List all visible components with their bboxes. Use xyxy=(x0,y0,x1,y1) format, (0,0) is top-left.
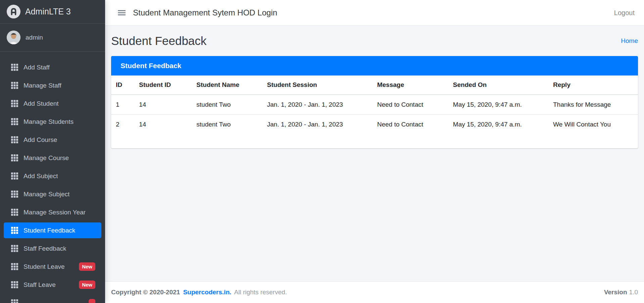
footer: Copyright © 2020-2021 Supercoders.in. Al… xyxy=(105,281,644,303)
sidebar-item-label: Staff Feedback xyxy=(24,245,66,252)
feedback-table: IDStudent IDStudent NameStudent SessionM… xyxy=(111,75,638,134)
sidebar-item-label: Manage Students xyxy=(24,118,74,125)
table-row: 114student TwoJan. 1, 2020 - Jan. 1, 202… xyxy=(111,95,638,115)
sidebar-item-label: Add Course xyxy=(24,136,57,144)
sidebar-item-label: Manage Course xyxy=(24,154,69,162)
sidebar-brand[interactable]: AdminLTE 3 xyxy=(0,0,105,23)
grid-icon xyxy=(11,64,18,71)
cell-sended-on: May 15, 2020, 9:47 a.m. xyxy=(448,115,548,135)
sidebar-item-label: Student Feedback xyxy=(24,227,75,234)
sidebar: AdminLTE 3 admin Add StaffManage StaffAd… xyxy=(0,0,105,303)
cell-reply: Thanks for Message xyxy=(548,95,638,115)
sidebar-item-label: Add Student xyxy=(24,100,59,107)
grid-icon xyxy=(11,154,18,161)
grid-icon xyxy=(11,82,18,89)
grid-icon xyxy=(11,136,18,143)
sidebar-item-label: Add Staff xyxy=(24,64,50,71)
sidebar-item-staff-feedback[interactable]: Staff Feedback xyxy=(4,241,101,256)
table-body: 114student TwoJan. 1, 2020 - Jan. 1, 202… xyxy=(111,95,638,134)
cell-sended-on: May 15, 2020, 9:47 a.m. xyxy=(448,95,548,115)
brand-text: AdminLTE 3 xyxy=(25,7,71,16)
card-header: Student Feedback xyxy=(111,56,638,75)
cell-student-session: Jan. 1, 2020 - Jan. 1, 2023 xyxy=(262,95,372,115)
hamburger-menu-icon[interactable] xyxy=(118,9,126,16)
grid-icon xyxy=(11,209,18,216)
sidebar-item-add-student[interactable]: Add Student xyxy=(4,96,101,111)
sidebar-item-label: Add Subject xyxy=(24,172,58,180)
sidebar-item-staff-leave[interactable]: Staff LeaveNew xyxy=(4,277,101,293)
cell-student-id: 14 xyxy=(134,95,192,115)
new-badge xyxy=(89,299,95,303)
grid-icon xyxy=(11,281,18,288)
cell-student-name: student Two xyxy=(192,95,262,115)
new-badge: New xyxy=(79,262,95,271)
adminlte-logo-icon xyxy=(7,5,20,18)
sidebar-item-label: Student Leave xyxy=(24,263,65,270)
column-header-student-session: Student Session xyxy=(262,75,372,95)
sidebar-item-label: Manage Session Year xyxy=(24,209,86,216)
sidebar-item-label: Staff Leave xyxy=(24,281,56,289)
grid-icon xyxy=(11,299,18,303)
sidebar-item-add-course[interactable]: Add Course xyxy=(4,132,101,148)
grid-icon xyxy=(11,245,18,252)
column-header-student-id: Student ID xyxy=(134,75,192,95)
column-header-student-name: Student Name xyxy=(192,75,262,95)
table-row: 214student TwoJan. 1, 2020 - Jan. 1, 202… xyxy=(111,115,638,135)
sidebar-item-add-staff[interactable]: Add Staff xyxy=(4,59,101,75)
sidebar-item-student-feedback[interactable]: Student Feedback xyxy=(4,222,101,238)
cell-student-name: student Two xyxy=(192,115,262,135)
main-area: Student Management Sytem HOD Login Logou… xyxy=(105,0,644,303)
content-wrapper: Student Feedback Home Student Feedback I… xyxy=(105,26,644,281)
version-label: Version xyxy=(604,289,627,296)
sidebar-item-partial[interactable] xyxy=(4,295,101,303)
cell-student-session: Jan. 1, 2020 - Jan. 1, 2023 xyxy=(262,115,372,135)
content-header: Student Feedback Home xyxy=(111,26,638,56)
sidebar-item-manage-course[interactable]: Manage Course xyxy=(4,150,101,166)
cell-id: 1 xyxy=(111,95,134,115)
sidebar-menu: Add StaffManage StaffAdd StudentManage S… xyxy=(0,52,105,303)
grid-icon xyxy=(11,100,18,107)
footer-copyright: Copyright © 2020-2021 Supercoders.in. Al… xyxy=(111,289,287,296)
sidebar-item-student-leave[interactable]: Student LeaveNew xyxy=(4,259,101,274)
column-header-message: Message xyxy=(372,75,448,95)
cell-id: 2 xyxy=(111,115,134,135)
user-name: admin xyxy=(26,34,43,41)
student-feedback-card: Student Feedback IDStudent IDStudent Nam… xyxy=(111,56,638,148)
user-avatar xyxy=(7,31,20,44)
table-header-row: IDStudent IDStudent NameStudent SessionM… xyxy=(111,75,638,95)
sidebar-item-manage-staff[interactable]: Manage Staff xyxy=(4,78,101,93)
top-navbar: Student Management Sytem HOD Login Logou… xyxy=(105,0,644,26)
sidebar-item-add-subject[interactable]: Add Subject xyxy=(4,168,101,184)
page-title: Student Feedback xyxy=(111,34,206,48)
user-panel[interactable]: admin xyxy=(0,23,105,52)
logout-link[interactable]: Logout xyxy=(614,9,635,17)
grid-icon xyxy=(11,172,18,180)
cell-message: Need to Contact xyxy=(372,115,448,135)
rights-text: All rights reserved. xyxy=(234,289,287,296)
grid-icon xyxy=(11,263,18,270)
grid-icon xyxy=(11,191,18,198)
sidebar-item-label: Manage Staff xyxy=(24,82,61,89)
sidebar-item-manage-session-year[interactable]: Manage Session Year xyxy=(4,204,101,220)
column-header-sended-on: Sended On xyxy=(448,75,548,95)
cell-student-id: 14 xyxy=(134,115,192,135)
cell-message: Need to Contact xyxy=(372,95,448,115)
new-badge: New xyxy=(79,281,95,289)
cell-reply: We Will Contact You xyxy=(548,115,638,135)
footer-version: Version1.0 xyxy=(604,289,638,296)
grid-icon xyxy=(11,227,18,234)
card-title: Student Feedback xyxy=(121,62,181,70)
grid-icon xyxy=(11,118,18,125)
version-value: 1.0 xyxy=(629,289,638,296)
supercoders-link[interactable]: Supercoders.in. xyxy=(183,289,231,296)
breadcrumb-home-link[interactable]: Home xyxy=(621,37,638,45)
navbar-title-link[interactable]: Student Management Sytem HOD Login xyxy=(133,8,277,17)
column-header-reply: Reply xyxy=(548,75,638,95)
sidebar-item-manage-subject[interactable]: Manage Subject xyxy=(4,186,101,202)
sidebar-item-label: Manage Subject xyxy=(24,191,70,198)
sidebar-item-manage-students[interactable]: Manage Students xyxy=(4,114,101,130)
copyright-text: Copyright © 2020-2021 xyxy=(111,289,180,296)
column-header-id: ID xyxy=(111,75,134,95)
